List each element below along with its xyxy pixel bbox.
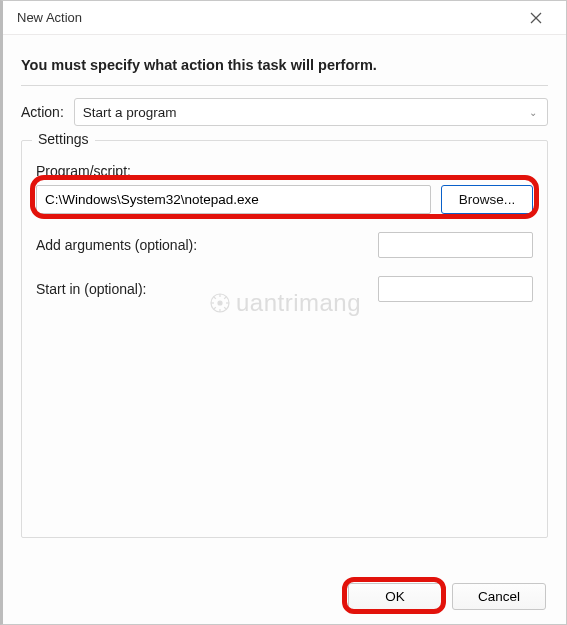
- instruction-text: You must specify what action this task w…: [21, 57, 548, 73]
- ok-button-wrap: OK: [348, 583, 442, 610]
- svg-line-10: [214, 307, 216, 309]
- divider: [21, 85, 548, 86]
- program-script-row: Browse...: [36, 185, 533, 214]
- settings-group: Settings Program/script: Browse... Add a…: [21, 140, 548, 538]
- start-in-row: Start in (optional):: [36, 276, 533, 302]
- browse-button[interactable]: Browse...: [441, 185, 533, 214]
- title-bar: New Action: [3, 1, 566, 35]
- new-action-dialog: New Action You must specify what action …: [0, 0, 567, 625]
- settings-legend: Settings: [32, 131, 95, 147]
- dialog-content: You must specify what action this task w…: [3, 35, 566, 550]
- action-row: Action: Start a program ⌄: [21, 98, 548, 126]
- action-select-value: Start a program: [83, 105, 177, 120]
- arguments-label: Add arguments (optional):: [36, 237, 197, 253]
- start-in-label: Start in (optional):: [36, 281, 147, 297]
- close-icon: [530, 12, 542, 24]
- svg-line-9: [224, 307, 226, 309]
- window-title: New Action: [17, 10, 82, 25]
- action-label: Action:: [21, 104, 64, 120]
- cancel-button[interactable]: Cancel: [452, 583, 546, 610]
- arguments-input[interactable]: [378, 232, 533, 258]
- program-script-label: Program/script:: [36, 163, 533, 179]
- ok-button[interactable]: OK: [348, 583, 442, 610]
- arguments-row: Add arguments (optional):: [36, 232, 533, 258]
- start-in-input[interactable]: [378, 276, 533, 302]
- action-select[interactable]: Start a program ⌄: [74, 98, 548, 126]
- chevron-down-icon: ⌄: [529, 107, 537, 118]
- dialog-footer: OK Cancel: [3, 583, 566, 610]
- close-button[interactable]: [516, 4, 556, 32]
- program-script-input[interactable]: [36, 185, 431, 214]
